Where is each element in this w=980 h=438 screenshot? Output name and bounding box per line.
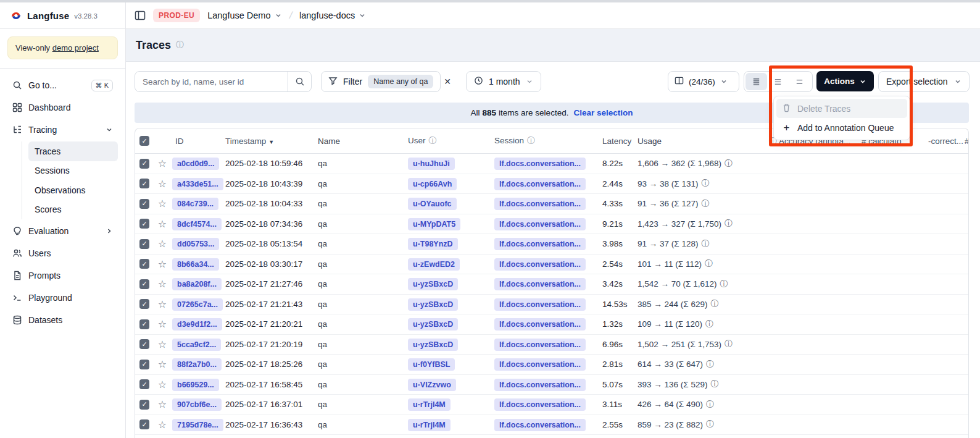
star-icon[interactable]: ☆ xyxy=(154,339,171,350)
user-badge[interactable]: u-huJhuJi xyxy=(408,158,455,170)
row-checkbox[interactable]: ✓ xyxy=(139,299,149,309)
info-icon[interactable]: ⓘ xyxy=(176,40,184,51)
user-badge[interactable]: u-rTrjI4M xyxy=(408,398,451,411)
info-icon[interactable]: ⓘ xyxy=(725,218,733,229)
sidebar-item-scores[interactable]: Scores xyxy=(28,200,118,220)
user-badge[interactable]: u-VIZzvwo xyxy=(408,379,456,391)
sidebar-item-playground[interactable]: Playground xyxy=(7,287,118,308)
star-icon[interactable]: ☆ xyxy=(154,198,171,209)
sidebar-item-users[interactable]: Users xyxy=(7,243,118,264)
session-badge[interactable]: lf.docs.conversation... xyxy=(494,158,586,170)
actions-button[interactable]: Actions xyxy=(816,71,874,91)
row-checkbox[interactable]: ✓ xyxy=(139,319,149,329)
trace-id-badge[interactable]: a0cd0d9... xyxy=(172,158,219,170)
sidebar-item-goto[interactable]: Go to... ⌘ K xyxy=(7,75,118,96)
user-badge[interactable]: u-yzSBxcD xyxy=(408,318,458,331)
table-row[interactable]: ✓ ☆ 084c739... 2025-02-18 10:04:33 qa u-… xyxy=(135,194,968,214)
row-checkbox[interactable]: ✓ xyxy=(139,199,149,209)
sidebar-item-evaluation[interactable]: Evaluation xyxy=(7,221,118,242)
sidebar-item-observations[interactable]: Observations xyxy=(28,180,118,200)
search-icon[interactable] xyxy=(288,77,311,86)
trace-id-badge[interactable]: a433de51... xyxy=(172,178,223,190)
sidebar-item-traces[interactable]: Traces xyxy=(28,141,118,161)
row-checkbox[interactable]: ✓ xyxy=(139,179,149,188)
table-row[interactable]: ✓ ☆ a0cd0d9... 2025-02-18 10:59:46 qa u-… xyxy=(135,154,968,174)
star-icon[interactable]: ☆ xyxy=(154,398,171,410)
row-checkbox[interactable]: ✓ xyxy=(139,219,149,229)
row-height-medium-icon[interactable] xyxy=(767,73,789,90)
clear-selection-link[interactable]: Clear selection xyxy=(573,108,633,117)
table-row[interactable]: ✓ ☆ b669529... 2025-02-17 16:58:45 qa u-… xyxy=(135,375,968,395)
table-row[interactable]: ✓ ☆ 8b66a34... 2025-02-18 03:30:17 qa u-… xyxy=(135,255,968,275)
trace-id-badge[interactable]: 8b66a34... xyxy=(172,258,219,271)
trace-id-badge[interactable]: 7195d78e... xyxy=(172,419,223,431)
session-badge[interactable]: lf.docs.conversation... xyxy=(494,218,586,230)
header-latency[interactable]: Latency xyxy=(592,137,631,146)
table-row[interactable]: ✓ ☆ 07265c7a... 2025-02-17 21:21:43 qa u… xyxy=(135,295,968,315)
row-checkbox[interactable]: ✓ xyxy=(139,239,149,249)
session-badge[interactable]: lf.docs.conversation... xyxy=(494,318,586,331)
header-id[interactable]: ID xyxy=(171,137,225,146)
table-row[interactable]: ✓ ☆ ba8a208f... 2025-02-17 21:27:46 qa u… xyxy=(135,274,968,295)
filter-button[interactable]: Filter Name any of qa xyxy=(321,71,441,92)
session-badge[interactable]: lf.docs.conversation... xyxy=(494,278,586,290)
row-checkbox[interactable]: ✓ xyxy=(139,360,149,369)
row-checkbox[interactable]: ✓ xyxy=(139,159,149,169)
sidebar-item-datasets[interactable]: Datasets xyxy=(7,310,118,331)
columns-button[interactable]: (24/36) xyxy=(668,71,739,92)
session-badge[interactable]: lf.docs.conversation... xyxy=(494,419,586,431)
star-icon[interactable]: ☆ xyxy=(154,298,171,310)
org-switcher[interactable]: Langfuse Demo xyxy=(207,11,281,20)
user-badge[interactable]: u-zEwdED2 xyxy=(408,258,460,271)
info-icon[interactable]: ⓘ xyxy=(706,359,714,370)
demo-project-link[interactable]: demo project xyxy=(52,43,99,53)
export-selection-button[interactable]: Export selection xyxy=(878,71,970,92)
info-icon[interactable]: ⓘ xyxy=(710,379,718,390)
info-icon[interactable]: ⓘ xyxy=(706,399,714,410)
header-user[interactable]: Userⓘ xyxy=(408,135,494,146)
user-badge[interactable]: u-OYauofc xyxy=(408,198,457,210)
star-icon[interactable]: ☆ xyxy=(154,278,171,290)
trace-id-badge[interactable]: d3e9d1f2... xyxy=(172,318,222,331)
menu-item-add-to-annotation-queue[interactable]: + Add to Annotation Queue xyxy=(776,118,907,137)
trace-id-badge[interactable]: 5cca9cf2... xyxy=(172,339,221,351)
session-badge[interactable]: lf.docs.conversation... xyxy=(494,358,586,371)
info-icon[interactable]: ⓘ xyxy=(701,198,709,209)
user-badge[interactable]: u-MYpDAT5 xyxy=(408,218,460,230)
sidebar-toggle-icon[interactable] xyxy=(135,10,146,21)
table-row[interactable]: ✓ ☆ 907cbf6e... 2025-02-17 16:37:01 qa u… xyxy=(135,395,968,415)
star-icon[interactable]: ☆ xyxy=(154,419,171,431)
star-icon[interactable]: ☆ xyxy=(154,158,171,169)
row-checkbox[interactable]: ✓ xyxy=(139,379,149,389)
header-timestamp[interactable]: Timestamp▼ xyxy=(225,137,318,146)
session-badge[interactable]: lf.docs.conversation... xyxy=(494,258,586,271)
row-checkbox[interactable]: ✓ xyxy=(139,259,149,269)
info-icon[interactable]: ⓘ xyxy=(706,419,714,430)
row-checkbox[interactable]: ✓ xyxy=(139,279,149,289)
info-icon[interactable]: ⓘ xyxy=(720,279,728,290)
session-badge[interactable]: lf.docs.conversation... xyxy=(494,339,586,351)
row-checkbox[interactable]: ✓ xyxy=(139,339,149,349)
trace-id-badge[interactable]: 07265c7a... xyxy=(172,298,223,311)
star-icon[interactable]: ☆ xyxy=(154,358,171,370)
sidebar-item-sessions[interactable]: Sessions xyxy=(28,161,118,181)
trace-id-badge[interactable]: 084c739... xyxy=(172,198,218,210)
header-session[interactable]: Sessionⓘ xyxy=(494,135,592,146)
star-icon[interactable]: ☆ xyxy=(154,238,171,250)
project-switcher[interactable]: langfuse-docs xyxy=(299,11,366,20)
session-badge[interactable]: lf.docs.conversation... xyxy=(494,178,586,190)
trace-id-badge[interactable]: 88f2a7b0... xyxy=(172,358,222,371)
info-icon[interactable]: ⓘ xyxy=(705,319,713,330)
session-badge[interactable]: lf.docs.conversation... xyxy=(494,379,586,391)
user-badge[interactable]: u-yzSBxcD xyxy=(408,278,458,290)
trace-id-badge[interactable]: dd05753... xyxy=(172,238,219,250)
row-height-small-icon[interactable] xyxy=(745,73,767,90)
info-icon[interactable]: ⓘ xyxy=(725,339,733,350)
session-badge[interactable]: lf.docs.conversation... xyxy=(494,198,586,210)
trace-id-badge[interactable]: b669529... xyxy=(172,379,219,391)
row-checkbox[interactable]: ✓ xyxy=(139,419,149,429)
star-icon[interactable]: ☆ xyxy=(154,258,171,270)
session-badge[interactable]: lf.docs.conversation... xyxy=(494,298,586,311)
header-name[interactable]: Name xyxy=(318,137,408,146)
info-icon[interactable]: ⓘ xyxy=(705,258,713,269)
